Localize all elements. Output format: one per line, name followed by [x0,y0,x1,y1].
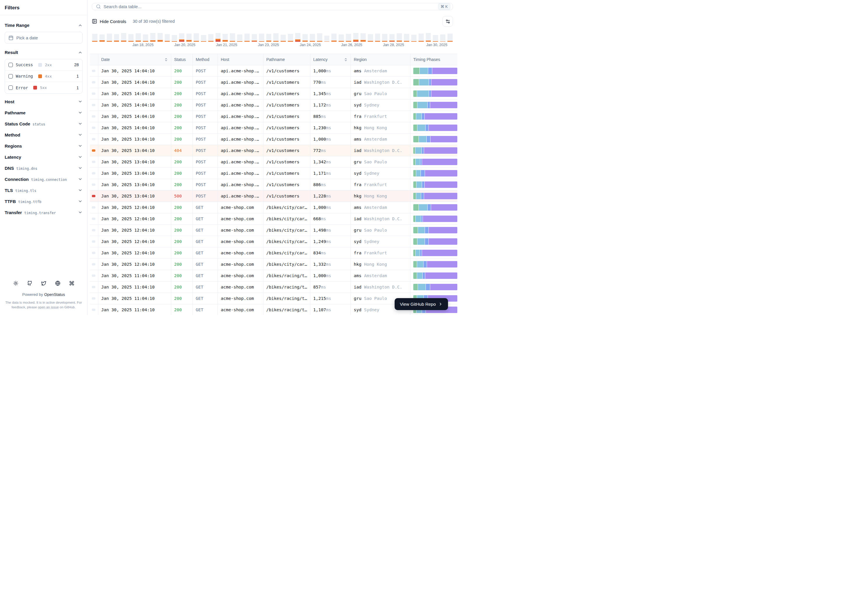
histogram-bar[interactable] [150,33,155,42]
histogram-bar[interactable] [331,33,336,42]
table-row[interactable]: Jan 30, 2025 12:04:10 200 GET acme-shop.… [90,202,457,213]
histogram-bar[interactable] [440,33,445,42]
open-issue-link[interactable]: open an issue [38,305,59,309]
table-row[interactable]: Jan 30, 2025 14:04:10 200 POST api.acme-… [90,65,457,77]
histogram-bar[interactable] [339,33,344,42]
search-input[interactable] [103,4,435,9]
table-row[interactable]: Jan 30, 2025 14:04:10 200 POST api.acme-… [90,77,457,88]
table-row[interactable]: Jan 30, 2025 12:04:10 200 GET acme-shop.… [90,224,457,236]
histogram-bar[interactable] [346,33,351,42]
result-filter-item[interactable]: Success 2xx 28 [5,59,82,70]
filter-section-header[interactable]: Connection timing.connection [4,173,82,185]
histogram-bar[interactable] [143,33,148,42]
histogram-bar[interactable] [324,33,330,42]
table-row[interactable]: Jan 30, 2025 13:04:10 500 POST api.acme-… [90,190,457,202]
globe-icon[interactable] [55,281,60,286]
time-range-section-header[interactable]: Time Range [4,23,82,28]
table-row[interactable]: Jan 30, 2025 13:04:10 200 POST api.acme-… [90,134,457,145]
histogram-bar[interactable] [194,33,199,42]
histogram-bar[interactable] [121,33,126,42]
github-icon[interactable] [27,281,32,286]
checkbox[interactable] [9,74,13,78]
histogram-bar[interactable] [360,33,366,42]
histogram-bar[interactable] [382,33,387,42]
histogram-bar[interactable] [288,33,293,42]
filter-section-header[interactable]: Status Code status [4,118,82,129]
view-github-repo-button[interactable]: View GitHub Repo [394,298,448,310]
result-filter-item[interactable]: Error 5xx 1 [5,82,82,93]
checkbox[interactable] [9,63,13,67]
result-filter-item[interactable]: Warning 4xx 1 [5,70,82,82]
histogram-bar[interactable] [411,33,417,42]
histogram-bar[interactable] [165,33,170,42]
openstatus-link[interactable]: OpenStatus [44,292,65,297]
filter-section-header[interactable]: Method [4,129,82,140]
filter-section-header[interactable]: DNS timing.dns [4,163,82,173]
histogram-bar[interactable] [295,33,300,42]
table-row[interactable]: Jan 30, 2025 11:04:10 200 GET acme-shop.… [90,270,457,281]
histogram-bar[interactable] [157,33,163,42]
table-row[interactable]: Jan 30, 2025 13:04:10 200 POST api.acme-… [90,156,457,168]
histogram-bar[interactable] [281,33,286,42]
histogram-bar[interactable] [418,33,424,42]
histogram-bar[interactable] [136,33,141,42]
histogram-bar[interactable] [252,33,257,42]
header-latency[interactable]: Latency [310,54,351,65]
table-row[interactable]: Jan 30, 2025 12:04:10 200 GET acme-shop.… [90,247,457,259]
checkbox[interactable] [9,85,13,90]
histogram-bar[interactable] [404,33,409,42]
histogram-bar[interactable] [179,33,184,42]
table-row[interactable]: Jan 30, 2025 12:04:10 200 GET acme-shop.… [90,259,457,270]
header-date[interactable]: Date [98,54,171,65]
histogram-bar[interactable] [259,33,264,42]
histogram-bar[interactable] [397,33,402,42]
histogram-bar[interactable] [389,33,394,42]
histogram-bar[interactable] [223,33,228,42]
hide-controls-button[interactable]: Hide Controls [92,19,126,24]
histogram-bar[interactable] [172,33,177,42]
table-row[interactable]: Jan 30, 2025 13:04:10 404 POST api.acme-… [90,145,457,156]
histogram-bar[interactable] [201,33,206,42]
table-row[interactable]: Jan 30, 2025 12:04:10 200 GET acme-shop.… [90,236,457,247]
histogram-bar[interactable] [114,33,119,42]
histogram-bar[interactable] [230,33,235,42]
histogram-bar[interactable] [310,33,315,42]
histogram-bar[interactable] [237,33,242,42]
table-row[interactable]: Jan 30, 2025 12:04:10 200 GET acme-shop.… [90,213,457,224]
table-row[interactable]: Jan 30, 2025 11:04:10 200 GET acme-shop.… [90,281,457,293]
histogram-bar[interactable] [368,33,373,42]
histogram-bar[interactable] [302,33,308,42]
histogram-bar[interactable] [187,33,192,42]
histogram-bar[interactable] [273,33,279,42]
histogram-bar[interactable] [375,33,380,42]
table-row[interactable]: Jan 30, 2025 14:04:10 200 POST api.acme-… [90,99,457,111]
table-row[interactable]: Jan 30, 2025 14:04:10 200 POST api.acme-… [90,122,457,134]
histogram-bar[interactable] [99,33,105,42]
view-options-button[interactable] [442,16,453,27]
table-row[interactable]: Jan 30, 2025 14:04:10 200 POST api.acme-… [90,111,457,122]
histogram-bar[interactable] [317,33,322,42]
histogram-bar[interactable] [215,33,221,42]
histogram-bar[interactable] [266,33,272,42]
table-row[interactable]: Jan 30, 2025 14:04:10 200 POST api.acme-… [90,88,457,99]
twitter-icon[interactable] [41,281,46,286]
histogram-bar[interactable] [426,33,431,42]
histogram-bar[interactable] [107,33,112,42]
filter-section-header[interactable]: Host [4,96,82,107]
histogram-bar[interactable] [244,33,249,42]
histogram-bar[interactable] [447,33,453,42]
result-section-header[interactable]: Result [4,50,82,55]
filter-section-header[interactable]: Regions [4,140,82,151]
date-picker-input[interactable]: Pick a date [4,32,82,43]
filter-section-header[interactable]: TTFB timing.ttfb [4,196,82,207]
filter-section-header[interactable]: Pathname [4,107,82,118]
histogram-bar[interactable] [92,33,97,42]
table-row[interactable]: Jan 30, 2025 13:04:10 200 POST api.acme-… [90,179,457,190]
filter-section-header[interactable]: Latency [4,151,82,163]
filter-section-header[interactable]: Transfer timing.transfer [4,207,82,218]
filter-section-header[interactable]: TLS timing.tls [4,185,82,196]
histogram-bar[interactable] [353,33,359,42]
table-row[interactable]: Jan 30, 2025 13:04:10 200 POST api.acme-… [90,168,457,179]
sun-icon[interactable] [13,281,18,286]
histogram-bar[interactable] [433,33,438,42]
